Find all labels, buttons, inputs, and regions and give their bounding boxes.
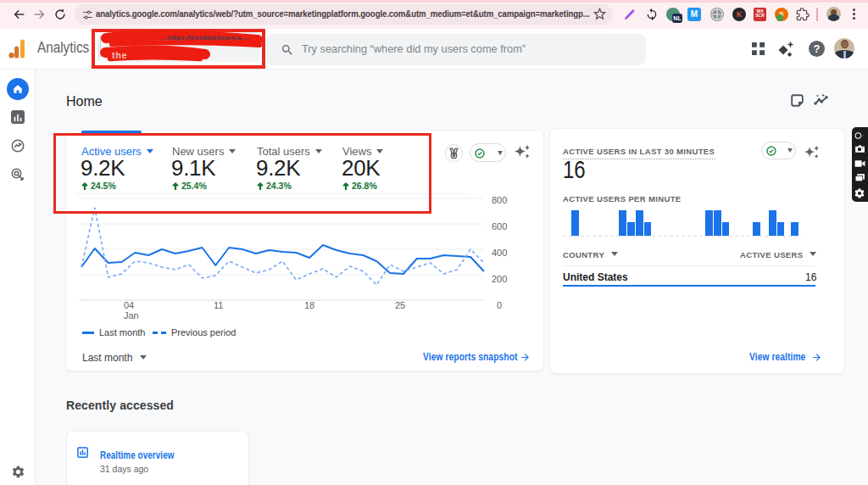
svg-text:Jan: Jan [124, 310, 139, 321]
svg-text:800: 800 [492, 195, 507, 205]
svg-text:18: 18 [304, 300, 314, 310]
svg-text:600: 600 [492, 221, 507, 231]
svg-text:04: 04 [124, 300, 134, 310]
svg-text:200: 200 [492, 274, 507, 284]
svg-text:0: 0 [497, 300, 502, 310]
svg-text:25: 25 [395, 300, 405, 310]
svg-text:400: 400 [492, 248, 507, 258]
svg-text:11: 11 [214, 300, 223, 310]
